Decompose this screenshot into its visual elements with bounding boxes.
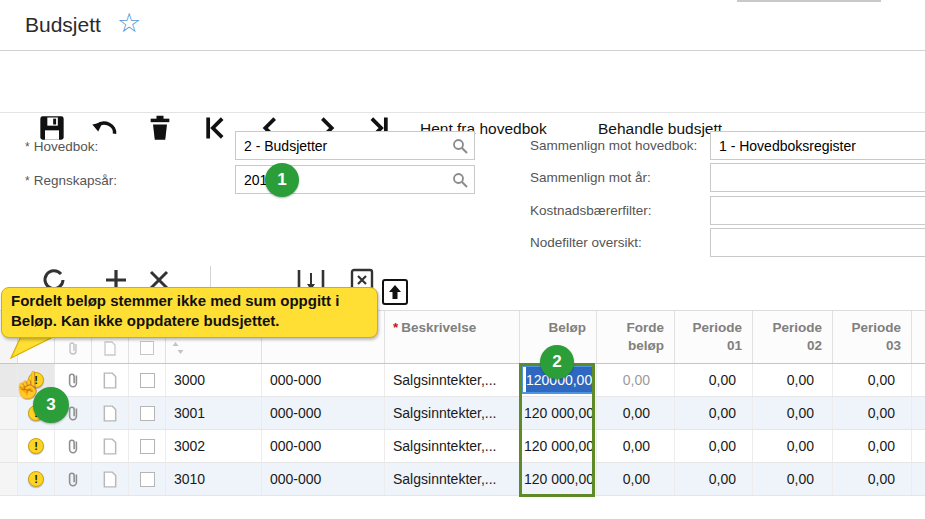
kostnadsbarerfilter-label: Kostnadsbærerfilter:	[530, 203, 652, 218]
go-first-icon[interactable]	[200, 114, 228, 142]
warning-cell[interactable]	[18, 463, 55, 495]
sammenlign-hovedbok-input[interactable]	[710, 131, 925, 160]
checkbox-cell[interactable]	[129, 364, 166, 396]
favorite-star-icon[interactable]	[117, 7, 141, 39]
cell-account[interactable]: 3010	[166, 463, 262, 495]
cell-subaccount[interactable]: 000-000	[262, 463, 385, 495]
row-checkbox[interactable]	[140, 406, 155, 421]
grid-row-3002[interactable]: 3002 000-000 Salgsinntekter,... 120 000,…	[0, 430, 925, 463]
cell-periode-02[interactable]: 0,00	[753, 463, 833, 495]
upload-from-file-icon[interactable]	[382, 279, 408, 305]
header-fordelt-belop[interactable]: Fordebeløp	[597, 311, 675, 363]
budget-grid: *Beskrivelse Beløp Fordebeløp Periode01 …	[0, 310, 925, 496]
cell-description[interactable]: Salgsinntekter,...	[385, 463, 520, 495]
cell-account[interactable]: 3000	[166, 364, 262, 396]
grid-row-3010[interactable]: 3010 000-000 Salgsinntekter,... 120 000,…	[0, 463, 925, 496]
grid-row-3000[interactable]: 3000 000-000 Salgsinntekter,... 120000,0…	[0, 364, 925, 397]
sammenlign-ar-label: Sammenlign mot år:	[530, 170, 651, 185]
nodefilter-label: Nodefilter oversikt:	[530, 235, 642, 250]
warning-tooltip: Fordelt beløp stemmer ikke med sum oppgi…	[1, 287, 378, 338]
note-cell[interactable]	[92, 364, 129, 396]
cell-fordelt[interactable]: 0,00	[597, 364, 675, 396]
warning-icon[interactable]	[28, 471, 44, 487]
cell-periode-02[interactable]: 0,00	[753, 397, 833, 429]
cell-description[interactable]: Salgsinntekter,...	[385, 397, 520, 429]
header-periode-03[interactable]: Periode03	[833, 311, 912, 363]
paperclip-icon	[66, 372, 80, 389]
note-cell[interactable]	[92, 430, 129, 462]
checkbox-cell[interactable]	[129, 397, 166, 429]
header-clipped-column	[912, 311, 925, 363]
cell-periode-01[interactable]: 0,00	[675, 463, 753, 495]
budget-screen: Budsjett	[0, 0, 925, 519]
required-mark: *	[393, 320, 398, 335]
cell-subaccount[interactable]: 000-000	[262, 364, 385, 396]
hovedbok-input[interactable]	[235, 131, 475, 160]
checkbox-icon	[140, 341, 154, 355]
save-icon[interactable]	[38, 114, 66, 142]
cell-fordelt[interactable]: 0,00	[597, 463, 675, 495]
row-selector[interactable]	[0, 397, 18, 429]
checkbox-cell[interactable]	[129, 430, 166, 462]
behandle-budsjett-button[interactable]: Behandle budsjett	[598, 120, 722, 138]
nodefilter-input[interactable]	[710, 228, 925, 257]
cell-periode-02[interactable]: 0,00	[753, 430, 833, 462]
cell-account[interactable]: 3001	[166, 397, 262, 429]
cell-periode-01[interactable]: 0,00	[675, 397, 753, 429]
cell-description[interactable]: Salgsinntekter,...	[385, 430, 520, 462]
cell-periode-03[interactable]: 0,00	[833, 430, 912, 462]
cell-periode-02[interactable]: 0,00	[753, 364, 833, 396]
cell-fordelt[interactable]: 0,00	[597, 397, 675, 429]
header-beskrivelse[interactable]: *Beskrivelse	[385, 311, 520, 363]
row-checkbox[interactable]	[140, 472, 155, 487]
annotation-badge-1: 1	[265, 163, 299, 197]
window-edge-artifact	[737, 0, 881, 2]
delete-icon[interactable]	[146, 114, 174, 142]
paperclip-cell[interactable]	[55, 463, 92, 495]
row-checkbox[interactable]	[140, 439, 155, 454]
row-selector[interactable]	[0, 463, 18, 495]
cell-description[interactable]: Salgsinntekter,...	[385, 364, 520, 396]
grid-row-3001[interactable]: 3001 000-000 Salgsinntekter,... 120 000,…	[0, 397, 925, 430]
row-selector[interactable]	[0, 430, 18, 462]
cell-belop[interactable]: 120 000,00	[520, 430, 597, 462]
paperclip-cell[interactable]	[55, 430, 92, 462]
cell-clipped	[912, 430, 925, 462]
hovedbok-lookup-icon[interactable]	[452, 138, 468, 154]
cell-periode-03[interactable]: 0,00	[833, 397, 912, 429]
note-cell[interactable]	[92, 463, 129, 495]
title-bar: Budsjett	[0, 0, 925, 51]
undo-icon[interactable]	[90, 114, 118, 142]
row-checkbox[interactable]	[140, 373, 155, 388]
main-toolbar: Hent fra hovedbok Behandle budsjett	[0, 52, 925, 113]
sammenlign-ar-input[interactable]	[710, 163, 925, 192]
note-cell[interactable]	[92, 397, 129, 429]
cell-periode-03[interactable]: 0,00	[833, 364, 912, 396]
cell-clipped	[912, 364, 925, 396]
kostnadsbarerfilter-input[interactable]	[710, 196, 925, 225]
cell-fordelt[interactable]: 0,00	[597, 430, 675, 462]
cell-belop[interactable]: 120 000,00	[520, 397, 597, 429]
required-mark: *	[25, 140, 30, 154]
sort-arrows-icon	[172, 341, 184, 355]
cell-account[interactable]: 3002	[166, 430, 262, 462]
sammenlign-hovedbok-label: Sammenlign mot hovedbok:	[530, 138, 697, 153]
checkbox-cell[interactable]	[129, 463, 166, 495]
note-icon	[103, 405, 117, 422]
page-title: Budsjett	[25, 13, 101, 37]
note-icon	[104, 341, 116, 356]
cell-belop[interactable]: 120 000,00	[520, 463, 597, 495]
cell-subaccount[interactable]: 000-000	[262, 430, 385, 462]
note-icon	[103, 438, 117, 455]
note-icon	[103, 471, 117, 488]
paperclip-icon	[66, 471, 80, 488]
cell-periode-01[interactable]: 0,00	[675, 430, 753, 462]
regnskapsar-lookup-icon[interactable]	[452, 172, 468, 188]
cell-periode-03[interactable]: 0,00	[833, 463, 912, 495]
header-periode-01[interactable]: Periode01	[675, 311, 753, 363]
warning-cell[interactable]	[18, 430, 55, 462]
header-periode-02[interactable]: Periode02	[753, 311, 833, 363]
cell-periode-01[interactable]: 0,00	[675, 364, 753, 396]
warning-icon[interactable]	[28, 438, 44, 454]
cell-subaccount[interactable]: 000-000	[262, 397, 385, 429]
